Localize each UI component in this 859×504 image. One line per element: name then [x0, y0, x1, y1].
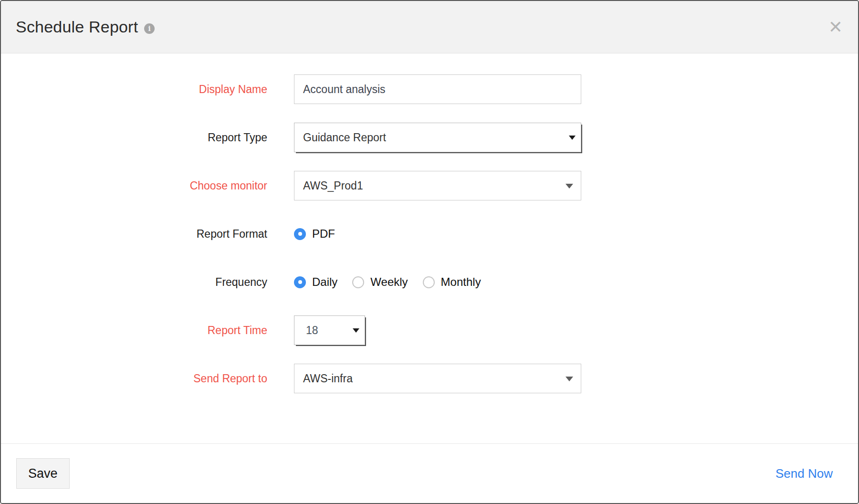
row-display-name: Display Name — [1, 74, 858, 104]
dialog-footer: Save Send Now — [1, 443, 858, 503]
choose-monitor-value: AWS_Prod1 — [294, 179, 363, 192]
send-now-link[interactable]: Send Now — [775, 466, 833, 481]
frequency-option-monthly[interactable]: Monthly — [423, 275, 481, 289]
frequency-label: Frequency — [1, 276, 267, 289]
choose-monitor-label: Choose monitor — [1, 179, 267, 192]
row-frequency: Frequency Daily Weekly Monthly — [1, 267, 858, 297]
row-choose-monitor: Choose monitor AWS_Prod1 — [1, 171, 858, 200]
dialog-title: Schedule Report — [16, 18, 138, 36]
radio-option-label: Daily — [312, 275, 337, 289]
report-type-value: Guidance Report — [294, 131, 386, 144]
report-time-select[interactable]: 18 — [294, 315, 365, 345]
report-type-select[interactable]: Guidance Report — [294, 123, 581, 152]
choose-monitor-dropdown[interactable]: AWS_Prod1 — [294, 171, 581, 200]
chevron-down-icon — [566, 184, 573, 189]
save-button[interactable]: Save — [16, 458, 70, 489]
report-format-label: Report Format — [1, 228, 267, 241]
radio-selected-icon[interactable] — [294, 228, 306, 240]
radio-option-label: Weekly — [370, 275, 408, 289]
radio-option-label: PDF — [312, 227, 335, 241]
dialog-body: Display Name Report Type Guidance Report… — [1, 53, 858, 393]
dialog-header: Schedule Report i ✕ — [1, 1, 858, 53]
frequency-option-weekly[interactable]: Weekly — [352, 275, 408, 289]
frequency-option-daily[interactable]: Daily — [294, 275, 337, 289]
close-icon[interactable]: ✕ — [828, 19, 843, 36]
chevron-down-icon — [566, 377, 573, 381]
radio-unselected-icon[interactable] — [352, 276, 364, 288]
row-report-format: Report Format PDF — [1, 219, 858, 249]
report-format-option-pdf[interactable]: PDF — [294, 227, 335, 241]
send-report-to-label: Send Report to — [1, 372, 267, 385]
send-report-to-value: AWS-infra — [294, 372, 353, 385]
row-send-report-to: Send Report to AWS-infra — [1, 364, 858, 393]
display-name-input[interactable] — [294, 74, 581, 104]
radio-unselected-icon[interactable] — [423, 276, 435, 288]
row-report-time: Report Time 18 — [1, 315, 858, 345]
info-icon[interactable]: i — [144, 23, 155, 34]
report-type-label: Report Type — [1, 131, 267, 144]
report-time-value: 18 — [294, 324, 318, 337]
radio-selected-icon[interactable] — [294, 276, 306, 288]
row-report-type: Report Type Guidance Report — [1, 123, 858, 152]
chevron-down-icon — [569, 136, 576, 140]
send-report-to-dropdown[interactable]: AWS-infra — [294, 364, 581, 393]
chevron-down-icon — [353, 328, 359, 333]
display-name-label: Display Name — [1, 83, 267, 96]
report-time-label: Report Time — [1, 324, 267, 337]
radio-option-label: Monthly — [441, 275, 481, 289]
schedule-report-dialog: Schedule Report i ✕ Display Name Report … — [0, 0, 859, 504]
